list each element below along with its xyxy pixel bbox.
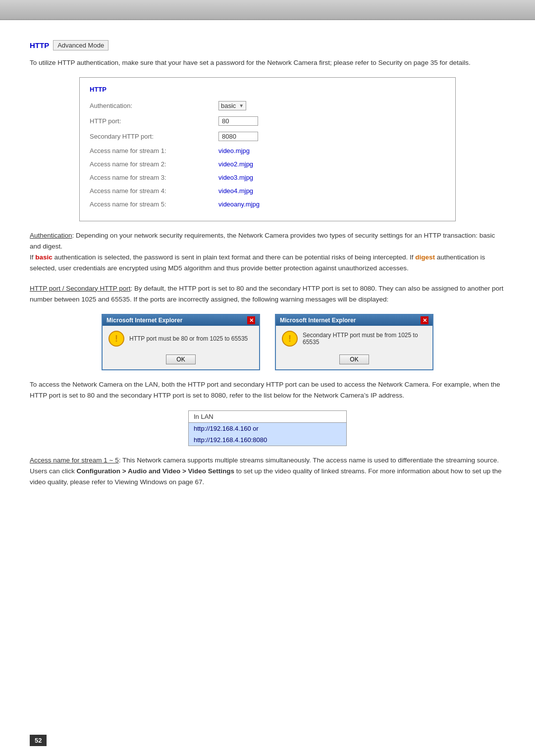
form-row-auth: Authentication: basic ▼	[90, 98, 445, 113]
lan-table-row-1: http://192.168.4.160 or	[189, 422, 347, 434]
port-description: HTTP port / Secondary HTTP port: By defa…	[30, 283, 505, 305]
dialog-1-titlebar: Microsoft Internet Explorer ✕	[103, 315, 259, 326]
label-stream5: Access name for stream 5:	[90, 201, 218, 208]
top-bar	[0, 0, 535, 20]
http-form: Authentication: basic ▼ HTTP port: 80 Se…	[90, 98, 445, 211]
advanced-mode-badge: Advanced Mode	[53, 40, 108, 50]
digest-label: digest	[415, 253, 435, 261]
dialog-2-title: Microsoft Internet Explorer	[280, 317, 356, 324]
auth-text2-pre: If	[30, 253, 35, 261]
auth-description: Authentication: Depending on your networ…	[30, 230, 505, 274]
dialog-1-message: HTTP port must be 80 or from 1025 to 655…	[129, 335, 253, 342]
intro-text: To utilize HTTP authentication, make sur…	[30, 57, 505, 68]
dialog-2-warning-icon: !	[282, 331, 298, 347]
dialog-2-message: Secondary HTTP port must be from 1025 to…	[303, 332, 427, 346]
dialog-2-body: ! Secondary HTTP port must be from 1025 …	[276, 326, 432, 352]
label-stream1: Access name for stream 1:	[90, 147, 218, 154]
dialog-1: Microsoft Internet Explorer ✕ ! HTTP por…	[102, 314, 260, 370]
select-arrow-icon: ▼	[239, 103, 244, 108]
form-row-stream5: Access name for stream 5: videoany.mjpg	[90, 198, 445, 211]
lan-table-row-2: http://192.168.4.160:8080	[189, 434, 347, 446]
value-stream1: video.mjpg	[218, 147, 250, 154]
content: HTTP Advanced Mode To utilize HTTP authe…	[0, 20, 535, 527]
lan-description: To access the Network Camera on the LAN,…	[30, 379, 505, 402]
auth-text1: : Depending on your network security req…	[30, 232, 495, 250]
dialog-1-ok-button[interactable]: OK	[166, 354, 195, 364]
form-row-stream4: Access name for stream 4: video4.mjpg	[90, 184, 445, 198]
port-underline-label: HTTP port / Secondary HTTP port	[30, 285, 131, 292]
label-stream2: Access name for stream 2:	[90, 160, 218, 168]
form-row-stream3: Access name for stream 3: video3.mjpg	[90, 171, 445, 184]
http-port-input[interactable]: 80	[218, 116, 258, 126]
label-secondary-port: Secondary HTTP port:	[90, 133, 218, 140]
dialog-1-footer: OK	[103, 352, 259, 369]
page-number: 52	[30, 735, 47, 746]
stream-underline-label: Access name for stream 1 ~ 5	[30, 456, 119, 464]
http-box-title: HTTP	[90, 86, 445, 93]
auth-underline-label: Authentication	[30, 232, 72, 239]
label-stream4: Access name for stream 4:	[90, 187, 218, 195]
secondary-port-input[interactable]: 8080	[218, 132, 258, 141]
auth-select-value: basic	[221, 102, 236, 109]
dialog-2-ok-button[interactable]: OK	[339, 354, 369, 364]
dialog-1-title: Microsoft Internet Explorer	[107, 317, 182, 324]
http-settings-box: HTTP Authentication: basic ▼ HTTP port: …	[79, 77, 456, 221]
page-header: HTTP Advanced Mode	[30, 40, 505, 50]
dialog-1-warning-icon: !	[108, 331, 124, 347]
form-row-stream1: Access name for stream 1: video.mjpg	[90, 144, 445, 157]
dialogs-row: Microsoft Internet Explorer ✕ ! HTTP por…	[30, 314, 505, 370]
form-row-secondary-port: Secondary HTTP port: 8080	[90, 129, 445, 144]
dialog-2-footer: OK	[276, 352, 432, 369]
lan-table-header: In LAN	[189, 410, 347, 422]
lan-table: In LAN http://192.168.4.160 or http://19…	[188, 410, 347, 446]
dialog-2-close-button[interactable]: ✕	[421, 316, 428, 324]
label-http-port: HTTP port:	[90, 117, 218, 125]
http-title-label: HTTP	[30, 41, 49, 50]
value-stream2: video2.mjpg	[218, 160, 253, 168]
value-stream5: videoany.mjpg	[218, 201, 260, 208]
label-authentication: Authentication:	[90, 102, 218, 109]
basic-label: basic	[35, 253, 53, 261]
dialog-1-body: ! HTTP port must be 80 or from 1025 to 6…	[103, 326, 259, 352]
dialog-1-close-button[interactable]: ✕	[247, 316, 255, 324]
dialog-2-titlebar: Microsoft Internet Explorer ✕	[276, 315, 432, 326]
label-stream3: Access name for stream 3:	[90, 174, 218, 181]
dialog-2: Microsoft Internet Explorer ✕ ! Secondar…	[275, 314, 433, 370]
value-stream4: video4.mjpg	[218, 187, 253, 195]
stream-description: Access name for stream 1 ~ 5: This Netwo…	[30, 455, 505, 488]
value-stream3: video3.mjpg	[218, 174, 253, 181]
stream-bold-text: Configuration > Audio and Video > Video …	[77, 467, 235, 475]
auth-text2-mid: authentication is selected, the password…	[53, 253, 415, 261]
lan-text: To access the Network Camera on the LAN,…	[30, 381, 500, 399]
form-row-stream2: Access name for stream 2: video2.mjpg	[90, 157, 445, 171]
auth-select[interactable]: basic ▼	[218, 101, 246, 110]
form-row-http-port: HTTP port: 80	[90, 113, 445, 129]
